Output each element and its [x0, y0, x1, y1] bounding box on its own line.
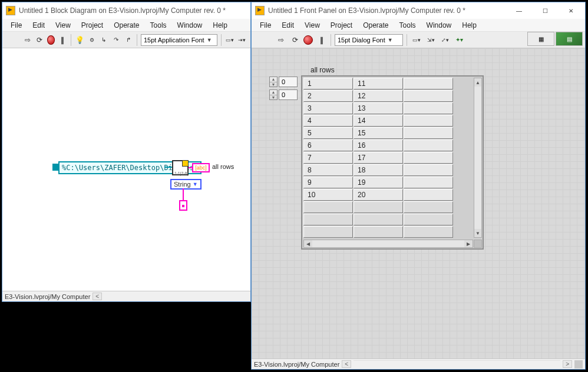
maximize-button[interactable]: ☐ [532, 3, 558, 18]
table-cell[interactable]: 7 [303, 152, 353, 164]
table-cell[interactable] [303, 201, 353, 213]
minimize-button[interactable]: — [506, 3, 532, 18]
table-cell[interactable]: 16 [354, 140, 403, 151]
pause-button[interactable]: ‖ [315, 34, 327, 46]
align-button[interactable]: ▭▾ [225, 34, 235, 46]
menu-file[interactable]: File [6, 20, 27, 31]
table-cell[interactable]: 17 [354, 152, 403, 164]
table-cell[interactable] [404, 177, 453, 188]
table-cell[interactable] [354, 201, 403, 213]
table-cell[interactable] [354, 226, 403, 238]
menu-view[interactable]: View [300, 20, 325, 31]
run-button[interactable]: ⇨ [22, 34, 32, 46]
table-cell[interactable] [303, 214, 353, 225]
menu-file[interactable]: File [255, 20, 276, 31]
menu-help[interactable]: Help [208, 20, 232, 31]
table-cell[interactable]: 1 [303, 78, 353, 89]
array-indicator[interactable]: 1112123134145156167178189191020 ▲ ▼ ◀ ▶ [301, 75, 484, 250]
table-cell[interactable]: 8 [303, 164, 353, 176]
reorder-button[interactable]: ✦▾ [453, 34, 465, 46]
step-over-button[interactable]: ↷ [111, 34, 121, 46]
pause-button[interactable]: ‖ [57, 34, 67, 46]
table-cell[interactable] [404, 189, 453, 201]
table-cell[interactable]: 3 [303, 102, 353, 114]
menu-edit[interactable]: Edit [277, 20, 299, 31]
col-index-spinner[interactable]: ▲▼ [269, 89, 278, 100]
menu-view[interactable]: View [51, 20, 75, 31]
horizontal-scrollbar[interactable]: ◀ ▶ [303, 240, 473, 248]
resize-button[interactable]: ⤢▾ [439, 34, 451, 46]
table-cell[interactable] [354, 214, 403, 225]
status-scroll-track[interactable] [354, 360, 560, 368]
bd-canvas[interactable]: %C:\Users\ZAFER\Desktop\Dizi.csv 1·1|2·8… [2, 48, 250, 291]
menu-tools[interactable]: Tools [395, 20, 421, 31]
scroll-left-icon[interactable]: ◀ [304, 240, 312, 247]
step-out-button[interactable]: ↱ [123, 34, 133, 46]
path-wire[interactable] [164, 167, 172, 168]
indicator-terminal[interactable]: [abc] [192, 163, 210, 172]
status-chevron-right[interactable]: > [563, 360, 572, 368]
menu-operate[interactable]: Operate [358, 20, 393, 31]
distribute-button[interactable]: ⇥▾ [237, 34, 247, 46]
vi-icon[interactable]: ▤ [556, 32, 583, 46]
col-index-value[interactable]: 0 [279, 89, 298, 100]
menu-edit[interactable]: Edit [28, 20, 49, 31]
table-cell[interactable]: 2 [303, 90, 353, 102]
table-cell[interactable] [404, 78, 453, 89]
status-size-grip[interactable] [574, 360, 583, 368]
unwired-terminal[interactable] [179, 200, 187, 211]
table-cell[interactable]: 12 [354, 90, 403, 102]
font-selector[interactable]: 15pt Application Font ▼ [141, 34, 217, 46]
scroll-up-icon[interactable]: ▲ [474, 78, 481, 87]
align-button[interactable]: ▭▾ [411, 34, 422, 46]
table-cell[interactable]: 18 [354, 164, 403, 176]
run-continuous-button[interactable]: ⟳ [289, 34, 301, 46]
wire-v[interactable] [183, 188, 184, 201]
read-spreadsheet-node[interactable]: 1·1|2·8| [172, 160, 189, 175]
run-button[interactable]: ⇨ [275, 34, 287, 46]
bd-titlebar[interactable]: Untitled 1 Block Diagram on E3-Vision.lv… [2, 2, 250, 19]
table-cell[interactable] [404, 115, 453, 127]
row-index-value[interactable]: 0 [279, 77, 298, 87]
menu-window[interactable]: Window [422, 20, 457, 31]
distribute-button[interactable]: ⇲▾ [425, 34, 437, 46]
table-cell[interactable]: 9 [303, 177, 353, 188]
table-cell[interactable] [404, 214, 453, 225]
table-cell[interactable]: 20 [354, 189, 403, 201]
table-cell[interactable] [404, 201, 453, 213]
table-cell[interactable] [404, 127, 453, 139]
size-grip[interactable] [474, 240, 482, 248]
table-cell[interactable]: 10 [303, 189, 353, 201]
step-into-button[interactable]: ↳ [99, 34, 109, 46]
menu-window[interactable]: Window [173, 20, 207, 31]
vertical-scrollbar[interactable]: ▲ ▼ [474, 78, 482, 238]
status-chevron-left[interactable]: < [342, 360, 351, 368]
table-cell[interactable]: 15 [354, 127, 403, 139]
table-cell[interactable]: 19 [354, 177, 403, 188]
table-cell[interactable]: 14 [354, 115, 403, 127]
table-cell[interactable]: 6 [303, 140, 353, 151]
fp-canvas[interactable]: all rows ▲▼ 0 ▲▼ 0 111212313414515616717… [252, 48, 585, 358]
run-continuous-button[interactable]: ⟳ [35, 34, 45, 46]
menu-help[interactable]: Help [457, 20, 481, 31]
highlight-exec-button[interactable]: 💡 [75, 34, 85, 46]
table-cell[interactable] [404, 152, 453, 164]
table-cell[interactable]: 5 [303, 127, 353, 139]
table-cell[interactable] [404, 102, 453, 114]
menu-project[interactable]: Project [326, 20, 357, 31]
table-cell[interactable]: 13 [354, 102, 403, 114]
menu-project[interactable]: Project [77, 20, 108, 31]
menu-operate[interactable]: Operate [109, 20, 144, 31]
close-button[interactable]: ✕ [558, 3, 584, 18]
scroll-right-icon[interactable]: ▶ [464, 240, 473, 247]
row-index-spinner[interactable]: ▲▼ [269, 77, 278, 87]
scroll-down-icon[interactable]: ▼ [474, 229, 481, 237]
fp-titlebar[interactable]: Untitled 1 Front Panel on E3-Vision.lvpr… [252, 2, 585, 19]
font-selector[interactable]: 15pt Dialog Font ▼ [335, 34, 403, 46]
table-cell[interactable] [404, 90, 453, 102]
status-chevron-left[interactable]: < [93, 293, 102, 300]
abort-button[interactable] [303, 35, 313, 45]
polymorphic-selector[interactable]: String ▼ [170, 179, 201, 190]
abort-button[interactable] [47, 35, 55, 45]
retain-wire-button[interactable]: ⚙ [87, 34, 97, 46]
